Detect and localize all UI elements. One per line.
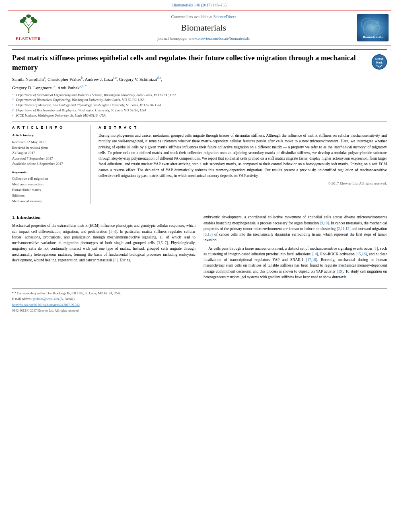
keyword-3: Extracellular matrix (12, 187, 85, 193)
body-left-col: 1. Introduction Mechanical properties of… (12, 214, 195, 282)
abstract-col: A B S T R A C T During morphogenesis and… (99, 125, 387, 204)
biomaterials-logo: Biomaterials (357, 14, 389, 41)
author-loza: Andrew J. Loza (85, 77, 113, 82)
affil-c: c Departments of Medicine, Cell Biology … (12, 103, 387, 108)
affil-e: e ICCE Institute, Washington University,… (12, 113, 387, 118)
homepage-text: journal homepage: (157, 36, 187, 41)
revised-date: 23 August 2017 (12, 150, 85, 156)
biomaterials-logo-text: Biomaterials (363, 35, 383, 40)
intro-section-title: 1. Introduction (12, 214, 195, 221)
svg-text:Cross: Cross (375, 58, 383, 60)
journal-link[interactable]: Biomaterials 146 (2017) 146–155 (172, 3, 226, 7)
affil-e-text: ICCE Institute, Washington University, S… (16, 113, 105, 118)
accepted-date: Accepted 7 September 2017 (12, 156, 85, 161)
two-col-body: 1. Introduction Mechanical properties of… (12, 214, 387, 282)
crossmark-logo: Cross Mark (372, 54, 387, 70)
crossmark-icon: Cross Mark (372, 54, 387, 70)
keywords-section: Keywords: Collective cell migration Mech… (12, 170, 85, 204)
biomaterials-logo-area: Biomaterials (355, 14, 391, 42)
journal-title-header: Biomaterials (181, 21, 226, 34)
keyword-5: Mechanical memory (12, 199, 85, 204)
affil-a-text: Department of Mechanical Engineering and… (16, 93, 176, 98)
affil-a: a Department of Mechanical Engineering a… (12, 93, 387, 98)
svg-line-1 (23, 22, 29, 29)
authors-line2: Gregory D. Longmorec,e, Amit Pathaka,b, … (12, 84, 387, 91)
article-title-section: Past matrix stiffness primes epithelial … (12, 49, 387, 72)
elsevier-tree-icon (14, 14, 43, 35)
journal-center-info: Contents lists available at ScienceDirec… (52, 14, 355, 42)
elsevier-label: ELSEVIER (16, 36, 41, 42)
keyword-4: Stiffness (12, 193, 85, 198)
svg-line-2 (29, 22, 35, 29)
email-suffix: (A. Pathak). (60, 297, 75, 301)
intro-para-3: As cells pass through a tissue microenvi… (204, 246, 387, 280)
corresponding-text: * Corresponding author. One Brookings Dr… (14, 292, 121, 295)
affil-d-text: Department of Biochemistry and Biophysic… (16, 108, 146, 113)
abstract-text: During morphogenesis and cancer metastas… (99, 133, 387, 179)
copyright-line: © 2017 Elsevier Ltd. All rights reserved… (99, 181, 387, 186)
author-nasrollahi: Samila Nasrollahi (12, 77, 44, 82)
corresponding-note: * * Corresponding author. One Brookings … (12, 291, 387, 296)
affil-d: d Department of Biochemistry and Biophys… (12, 108, 387, 113)
received-revised-label: Received in revised form (12, 145, 85, 150)
svg-text:Mark: Mark (376, 61, 383, 64)
received-date: Received 22 May 2017 (12, 140, 85, 145)
intro-para-1: Mechanical properties of the extracellul… (12, 223, 195, 263)
author-pathak: Amit Pathak (58, 85, 80, 90)
keyword-2: Mechanotransduction (12, 182, 85, 187)
doi-link[interactable]: http://dx.doi.org/10.1016/j.biomaterials… (12, 303, 387, 308)
journal-citation: Biomaterials 146 (2017) 146–155 (0, 0, 399, 10)
article-info-header: A R T I C L E I N F O (12, 125, 85, 130)
body-content: 1. Introduction Mechanical properties of… (12, 210, 387, 282)
svg-point-10 (28, 30, 29, 32)
homepage-link[interactable]: www.elsevier.com/locate/biomaterials (188, 36, 250, 41)
email-label: E-mail address: (12, 297, 33, 301)
two-column-section: A R T I C L E I N F O Article history: R… (12, 121, 387, 204)
page-footer: * * Corresponding author. One Brookings … (12, 288, 387, 313)
authors-line1: Samila Nasrollahia, Christopher Walterb,… (12, 76, 387, 82)
author-longmore: Gregory D. Longmore (12, 85, 52, 90)
journal-header: ELSEVIER Contents lists available at Sci… (8, 10, 391, 46)
crossmark-circle: Cross Mark (372, 54, 387, 70)
keyword-1: Collective cell migration (12, 176, 85, 181)
footer-issn: 0142-9612/© 2017 Elsevier Ltd. All right… (12, 308, 387, 313)
sciencedirect-link[interactable]: ScienceDirect (213, 14, 236, 19)
affil-b-text: Department of Biomedical Engineering, Wa… (16, 98, 144, 103)
corresponding-star: * (12, 292, 14, 295)
available-date: Available online 8 September 2017 (12, 161, 85, 166)
abstract-header: A B S T R A C T (99, 125, 387, 130)
email-address[interactable]: pathaka@wustl.edu (33, 297, 59, 301)
main-content: Past matrix stiffness primes epithelial … (0, 45, 399, 321)
sciencedirect-line: Contents lists available at ScienceDirec… (171, 14, 236, 20)
author-schimizzi: Gregory V. Schimizzi (119, 77, 157, 82)
received-revised-text: Received in revised form (12, 146, 48, 150)
article-history-label: Article history: (12, 133, 85, 138)
article-info-col: A R T I C L E I N F O Article history: R… (12, 125, 90, 204)
elsevier-logo-area: ELSEVIER (8, 14, 52, 42)
email-line: E-mail address: pathaka@wustl.edu (A. Pa… (12, 297, 387, 302)
article-title: Past matrix stiffness primes epithelial … (12, 53, 368, 72)
author-walter: Christopher Walter (47, 77, 81, 82)
affiliations: a Department of Mechanical Engineering a… (12, 93, 387, 118)
body-right-col: embryonic development, a coordinated col… (204, 214, 387, 282)
keywords-title: Keywords: (12, 170, 85, 175)
svg-point-9 (26, 14, 31, 18)
affil-b: b Department of Biomedical Engineering, … (12, 98, 387, 103)
affil-c-text: Departments of Medicine, Cell Biology an… (16, 103, 161, 108)
intro-para-2: embryonic development, a coordinated col… (204, 214, 387, 243)
homepage-line: journal homepage: www.elsevier.com/locat… (157, 36, 250, 42)
page-wrapper: Biomaterials 146 (2017) 146–155 (0, 0, 399, 321)
sciencedirect-text: Contents lists available at (171, 14, 212, 19)
